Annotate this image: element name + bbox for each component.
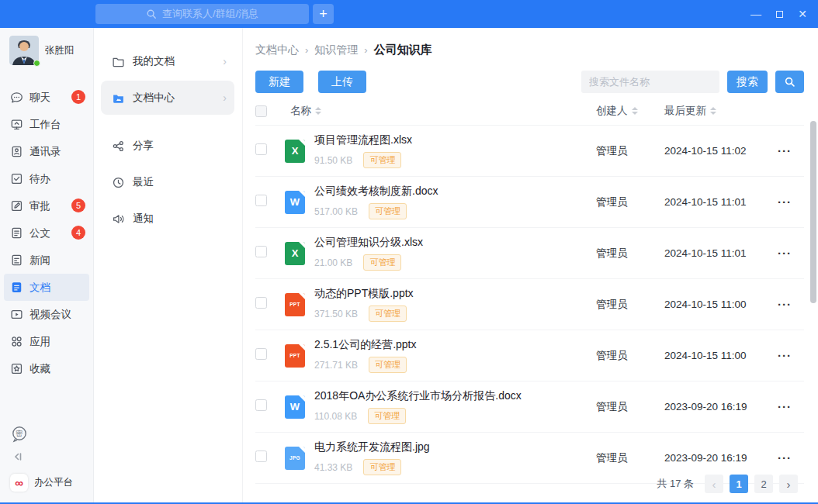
row-checkbox[interactable] [255,246,267,257]
table-row[interactable]: PPT 动态的PPT模版.pptx 371.50 KB 可管理 管理员 2024… [255,279,804,330]
sidebar-item-label: 公文 [29,226,50,240]
file-creator: 管理员 [596,400,664,414]
more-actions-button[interactable]: ··· [778,195,792,209]
platform-name: 办公平台 [34,476,73,489]
doc-sidebar-item-share[interactable]: 分享 [101,129,234,163]
sidebar-item-label: 待办 [29,172,50,186]
file-name[interactable]: 电力系统开发流程图.jpg [314,440,430,454]
sidebar-item-news[interactable]: 新闻 [4,247,89,274]
more-actions-button[interactable]: ··· [778,298,792,311]
total-count: 共 17 条 [657,477,694,491]
upload-button[interactable]: 上传 [318,71,366,93]
user-profile[interactable]: 张胜阳 [0,28,93,71]
global-search-input[interactable]: 查询联系人/群组/消息 [95,4,309,24]
select-all-checkbox[interactable] [255,105,267,117]
more-actions-button[interactable]: ··· [778,451,792,464]
sidebar-item-official-doc[interactable]: 公文 4 [4,219,89,247]
table-row[interactable]: X 项目管理流程图.xlsx 91.50 KB 可管理 管理员 2024-10-… [255,126,804,177]
row-checkbox[interactable] [255,450,267,462]
user-name: 张胜阳 [45,44,75,57]
notification-badge: 1 [71,90,85,104]
notification-badge: 4 [71,226,85,240]
file-type-icon: JPG [285,447,305,470]
breadcrumb-item: 公司知识库 [374,43,432,57]
more-actions-button[interactable]: ··· [778,400,792,413]
table-row[interactable]: W 2018年OA办公系统行业市场分析报告.docx 110.08 KB 可管理… [255,381,804,433]
page-1-button[interactable]: 1 [730,475,748,493]
row-checkbox[interactable] [255,195,267,206]
file-name[interactable]: 项目管理流程图.xlsx [314,133,412,147]
more-actions-button[interactable]: ··· [778,144,792,157]
page-2-button[interactable]: 2 [754,475,773,493]
prev-page-button[interactable]: ‹ [705,475,723,493]
sidebar-item-approval[interactable]: 审批 5 [4,192,89,219]
breadcrumb-item[interactable]: 知识管理 [314,43,358,57]
sidebar-item-label: 工作台 [29,118,61,132]
permission-badge: 可管理 [369,357,407,373]
row-checkbox[interactable] [255,399,267,411]
chevron-right-icon: › [223,55,227,67]
secret-chat-icon[interactable]: 密 [10,425,29,447]
sidebar-item-apps[interactable]: 应用 [4,328,89,355]
more-actions-button[interactable]: ··· [778,349,792,362]
doc-sidebar-item-clock[interactable]: 最近 [101,165,234,199]
sidebar-item-workbench[interactable]: 工作台 [4,111,89,138]
sort-updated-icon[interactable] [710,107,716,115]
add-button[interactable]: + [313,4,334,24]
permission-badge: 可管理 [363,459,401,475]
maximize-button[interactable] [770,5,789,23]
next-page-button[interactable]: › [779,475,798,493]
file-search-button[interactable]: 搜索 [727,71,768,93]
search-icon [146,9,157,19]
file-name[interactable]: 公司绩效考核制度新.docx [314,185,438,198]
doc-sidebar-item-label: 通知 [133,212,154,226]
row-checkbox[interactable] [255,297,267,309]
file-updated: 2024-10-15 11:00 [664,350,765,361]
sidebar-item-video-meeting[interactable]: 视频会议 [4,301,89,328]
sidebar-footer: 密 ∞ 办公平台 [0,425,93,502]
file-size: 41.33 KB [314,462,352,473]
file-updated: 2024-10-15 11:01 [664,247,765,259]
close-button[interactable]: ✕ [793,5,812,23]
svg-text:密: 密 [16,430,23,437]
column-updated[interactable]: 最后更新 [664,104,706,118]
sort-creator-icon[interactable] [632,107,638,115]
more-actions-button[interactable]: ··· [778,247,792,260]
file-name[interactable]: 动态的PPT模版.pptx [314,287,414,301]
column-creator[interactable]: 创建人 [596,104,628,118]
row-checkbox[interactable] [255,348,267,360]
sidebar-item-label: 视频会议 [29,308,71,322]
table-row[interactable]: W 公司绩效考核制度新.docx 517.00 KB 可管理 管理员 2024-… [255,177,804,228]
file-name[interactable]: 2.5.1公司的经营.pptx [314,338,417,352]
sidebar-item-todo[interactable]: 待办 [4,165,89,192]
file-search-input[interactable] [581,71,719,93]
doc-sidebar-item-announcement[interactable]: 通知 [101,202,234,236]
column-name[interactable]: 名称 [290,104,311,118]
contacts-icon [10,145,23,158]
file-name[interactable]: 2018年OA办公系统行业市场分析报告.docx [314,389,522,403]
toolbar-search-group: 搜索 [581,71,804,93]
file-type-icon: X [285,242,305,265]
scrollbar[interactable] [810,121,816,303]
row-checkbox[interactable] [255,143,267,155]
page-buttons: 12 [730,475,773,493]
sidebar-item-contacts[interactable]: 通讯录 [4,138,89,165]
sort-name-icon[interactable] [315,107,321,115]
sidebar-item-label: 应用 [29,335,50,349]
file-type-icon: W [285,191,305,214]
new-button[interactable]: 新建 [255,71,303,93]
sidebar-item-chat[interactable]: 聊天 1 [4,84,89,111]
table-row[interactable]: PPT 2.5.1公司的经营.pptx 271.71 KB 可管理 管理员 20… [255,330,804,381]
minimize-button[interactable]: — [747,5,765,23]
sidebar-item-label: 聊天 [29,91,50,105]
clock-icon [112,176,125,189]
doc-sidebar-item-folder-filled[interactable]: 文档中心 › [101,81,234,115]
advanced-search-button[interactable] [775,71,804,93]
table-row[interactable]: X 公司管理知识分级.xlsx 21.00 KB 可管理 管理员 2024-10… [255,228,804,279]
collapse-sidebar-button[interactable] [12,450,24,466]
sidebar-item-docs[interactable]: 文档 [4,274,89,301]
breadcrumb-item[interactable]: 文档中心 [255,43,299,57]
sidebar-item-favorites[interactable]: 收藏 [4,355,89,382]
file-name[interactable]: 公司管理知识分级.xlsx [314,236,423,250]
doc-sidebar-item-folder[interactable]: 我的文档 › [101,44,234,78]
